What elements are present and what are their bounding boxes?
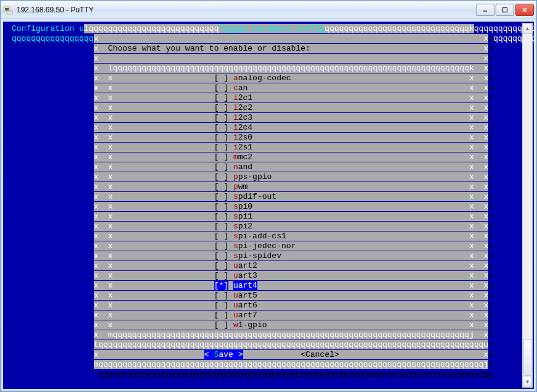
putty-window: 192.168.69.50 - PuTTY Configuration ulqq… (0, 0, 537, 392)
scroll-down-icon[interactable]: ▼ (523, 377, 532, 387)
checkbox-analog-codec[interactable]: [ ] (214, 73, 228, 83)
option-i2c2[interactable]: i (233, 103, 238, 112)
option-pwm[interactable]: p (233, 182, 238, 191)
svg-rect-1 (5, 8, 9, 10)
checkbox-spi0[interactable]: [ ] (214, 202, 228, 211)
svg-rect-4 (503, 7, 507, 12)
close-button[interactable] (515, 4, 534, 16)
cancel-button[interactable]: <Cancel> (301, 350, 339, 359)
checkbox-spi-spidev[interactable]: [ ] (214, 251, 228, 261)
option-i2s1[interactable]: i (233, 143, 238, 152)
option-uart3[interactable]: u (233, 271, 238, 280)
option-spi-jedec-nor[interactable]: s (233, 241, 238, 251)
checkbox-nand[interactable]: [ ] (214, 162, 228, 172)
option-spdif-out[interactable]: s (233, 192, 238, 201)
scrollbar[interactable]: ▲ ▼ (522, 23, 533, 388)
option-spi1[interactable]: s (233, 212, 238, 221)
option-spi0[interactable]: s (233, 202, 238, 211)
option-analog-codec[interactable]: a (233, 73, 238, 83)
checkbox-pwm[interactable]: [ ] (214, 182, 228, 191)
checkbox-i2c2[interactable]: [ ] (214, 103, 228, 112)
checkbox-uart7[interactable]: [ ] (214, 311, 228, 320)
checkbox-uart4[interactable]: [*] (214, 281, 228, 290)
minimize-button[interactable] (476, 4, 494, 16)
option-mmc2[interactable]: m (233, 152, 238, 162)
window-title: 192.168.69.50 - PuTTY (17, 6, 476, 14)
option-nand[interactable]: n (233, 162, 238, 172)
option-i2s0[interactable]: i (233, 133, 238, 142)
option-i2c1[interactable]: i (233, 93, 238, 102)
option-uart4[interactable]: uart4 (233, 281, 257, 290)
option-uart6[interactable]: u (233, 301, 238, 310)
checkbox-i2c1[interactable]: [ ] (214, 93, 228, 102)
checkbox-can[interactable]: [ ] (214, 83, 228, 93)
option-w1-gpio[interactable]: w (233, 320, 238, 330)
option-spi-spidev[interactable]: s (233, 251, 238, 261)
checkbox-spi-add-cs1[interactable]: [ ] (214, 231, 228, 241)
option-can[interactable]: c (233, 83, 238, 93)
option-i2c3[interactable]: i (233, 113, 238, 122)
checkbox-uart2[interactable]: [ ] (214, 261, 228, 270)
option-spi2[interactable]: s (233, 222, 238, 231)
checkbox-w1-gpio[interactable]: [ ] (214, 320, 228, 330)
putty-icon (3, 5, 13, 15)
checkbox-pps-gpio[interactable]: [ ] (214, 172, 228, 181)
checkbox-i2s1[interactable]: [ ] (214, 143, 228, 152)
checkbox-spi1[interactable]: [ ] (214, 212, 228, 221)
option-uart5[interactable]: u (233, 291, 238, 300)
checkbox-uart5[interactable]: [ ] (214, 291, 228, 300)
maximize-button[interactable] (496, 4, 514, 16)
checkbox-spi2[interactable]: [ ] (214, 222, 228, 231)
scroll-up-icon[interactable]: ▲ (523, 23, 532, 34)
option-spi-add-cs1[interactable]: s (233, 231, 238, 241)
checkbox-spdif-out[interactable]: [ ] (214, 192, 228, 201)
option-i2c4[interactable]: i (233, 123, 238, 132)
option-uart2[interactable]: u (233, 261, 238, 270)
checkbox-uart6[interactable]: [ ] (214, 301, 228, 310)
checkbox-i2s0[interactable]: [ ] (214, 133, 228, 142)
option-uart7[interactable]: u (233, 311, 238, 320)
option-pps-gpio[interactable]: p (233, 172, 238, 181)
titlebar[interactable]: 192.168.69.50 - PuTTY (1, 1, 536, 19)
checkbox-i2c3[interactable]: [ ] (214, 113, 228, 122)
scroll-thumb[interactable] (523, 339, 531, 376)
terminal-area[interactable]: Configuration ulqqqqqqqqqqqqqqqqqqqqqqqq… (3, 22, 534, 389)
checkbox-spi-jedec-nor[interactable]: [ ] (214, 241, 228, 251)
checkbox-mmc2[interactable]: [ ] (214, 152, 228, 162)
svg-rect-2 (7, 11, 12, 14)
checkbox-uart3[interactable]: [ ] (214, 271, 228, 280)
checkbox-i2c4[interactable]: [ ] (214, 123, 228, 132)
save-button[interactable]: < Save > (204, 350, 243, 359)
